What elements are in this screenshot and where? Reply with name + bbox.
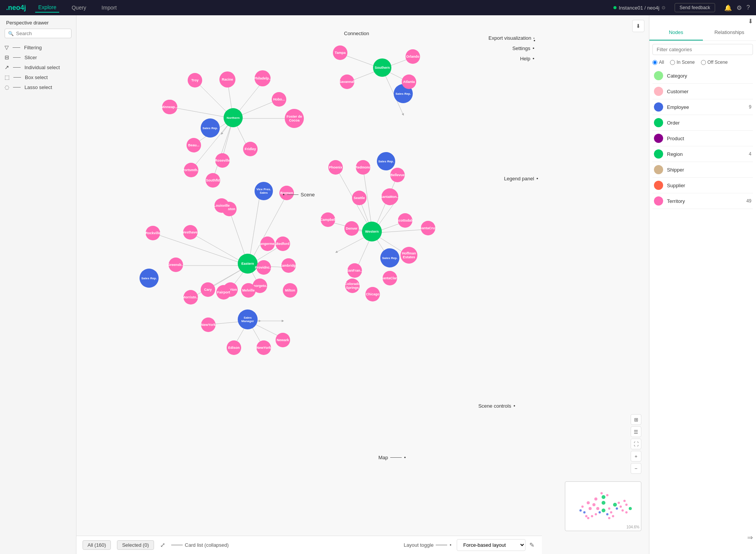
node-cambridge[interactable]: Cambridge	[281, 258, 296, 273]
node-newark[interactable]: Newark	[276, 333, 290, 347]
node-sales-rep-east[interactable]: Sales Rep.	[140, 269, 159, 288]
node-western[interactable]: Western	[362, 222, 382, 241]
node-eastern[interactable]: Eastern	[238, 254, 258, 274]
radio-in-scene[interactable]	[670, 60, 675, 65]
layout-select[interactable]: Force-based layout Hierarchical layout C…	[457, 539, 526, 551]
search-bar-container[interactable]: 🔍	[5, 29, 71, 38]
node-seattle[interactable]: Seattle	[352, 191, 367, 205]
node-racine[interactable]: Racine	[219, 71, 235, 87]
panel-export-icon[interactable]: ⬇	[748, 18, 753, 25]
tool-box-select[interactable]: ⬚ Box select	[5, 74, 71, 80]
node-scottsdale[interactable]: Scottsdale	[398, 213, 412, 228]
legend-item-category[interactable]: Category	[652, 68, 753, 84]
radio-off-scene[interactable]	[701, 60, 706, 65]
node-greensboro[interactable]: Greensb...	[169, 258, 183, 272]
node-phila[interactable]: Philadelp...	[255, 70, 271, 86]
node-newyork2[interactable]: NewYork	[256, 340, 271, 355]
scene-ctrl-zoom-in[interactable]: +	[631, 451, 641, 462]
node-hobo[interactable]: Hobo...	[272, 92, 286, 107]
all-count-badge[interactable]: All (160)	[83, 540, 111, 550]
tool-filtering[interactable]: ▽ Filtering	[5, 44, 71, 50]
node-minne2[interactable]: Minneap...	[162, 100, 177, 114]
node-atlanta[interactable]: Atlanta	[402, 75, 416, 89]
instance-toggle-icon[interactable]: ⊙	[662, 5, 665, 10]
node-beau[interactable]: Beau...	[187, 138, 201, 152]
tab-relationships[interactable]: Relationships	[703, 25, 756, 40]
node-providnc[interactable]: Providnc...	[256, 260, 271, 275]
node-sales-mgr[interactable]: Sales Manager	[238, 309, 258, 329]
node-chicago[interactable]: Chicago	[365, 287, 380, 301]
node-tampa[interactable]: Tampa	[333, 45, 347, 60]
node-milton[interactable]: Milton	[283, 283, 297, 298]
node-southfld[interactable]: Southfld	[206, 173, 220, 188]
selected-count-badge[interactable]: Selected (0)	[117, 540, 154, 550]
nav-explore[interactable]: Explore	[35, 3, 59, 13]
radio-all-label[interactable]: All	[652, 60, 664, 65]
legend-item-shipper[interactable]: Shipper	[652, 162, 753, 178]
node-fridley[interactable]: Fridley	[243, 142, 258, 156]
node-southern[interactable]: Southern	[373, 58, 391, 77]
node-hoffmanest[interactable]: Hoffman Estates	[401, 247, 417, 264]
expand-card-list-btn[interactable]: ⤢	[160, 541, 165, 549]
radio-in-scene-label[interactable]: In Scene	[670, 60, 694, 65]
node-santaclara[interactable]: SantaClara	[383, 271, 397, 285]
node-phoenix[interactable]: Phoenix	[328, 160, 343, 175]
legend-item-supplier[interactable]: Supplier	[652, 178, 753, 193]
tab-nodes[interactable]: Nodes	[649, 25, 703, 40]
settings-icon[interactable]: ⚙	[737, 4, 742, 11]
send-feedback-button[interactable]: Send feedback	[675, 3, 715, 12]
node-troy[interactable]: Troy	[188, 73, 202, 87]
node-sales-rep-1[interactable]: Sales Rep.	[201, 118, 220, 138]
scene-ctrl-grid[interactable]: ⊞	[631, 414, 641, 425]
legend-item-product[interactable]: Product	[652, 131, 753, 146]
node-newyork1[interactable]: NewYork	[201, 317, 216, 332]
node-orlando[interactable]: Orlando	[406, 49, 420, 64]
tool-lasso-select[interactable]: ◌ Lasso select	[5, 84, 71, 90]
node-northern[interactable]: Northern	[224, 108, 243, 127]
filter-categories-input[interactable]	[652, 44, 753, 55]
node-louisville[interactable]: Louisville	[214, 198, 229, 213]
node-sangerm[interactable]: Sangerme...	[260, 237, 275, 251]
node-santacruz[interactable]: SantaCruz	[421, 221, 435, 235]
notifications-icon[interactable]: 🔔	[724, 4, 732, 11]
node-sanfrancisco[interactable]: SanFran...	[347, 263, 362, 278]
node-coloradosp[interactable]: Colorado Springs	[345, 279, 360, 293]
radio-off-scene-label[interactable]: Off Scene	[701, 60, 728, 65]
legend-item-customer[interactable]: Customer	[652, 84, 753, 99]
node-portsmth[interactable]: Portsmth...	[184, 163, 198, 177]
help-icon[interactable]: ?	[746, 4, 750, 11]
node-sales-rep-west[interactable]: Sales Rep.	[380, 248, 399, 267]
nav-query[interactable]: Query	[68, 3, 89, 12]
tool-slicer[interactable]: ⊟ Slicer	[5, 54, 71, 60]
node-bedford[interactable]: Bedford	[276, 237, 290, 251]
legend-item-region[interactable]: Region 4	[652, 146, 753, 162]
layout-edit-btn[interactable]: ✎	[528, 540, 536, 550]
scene-ctrl-zoom-out[interactable]: −	[631, 463, 641, 474]
node-sales-rep-west2[interactable]: Sales Rep.	[377, 152, 395, 170]
node-santamon[interactable]: SantaMon...	[381, 188, 398, 205]
node-bellevue[interactable]: Bellevue	[390, 168, 405, 182]
node-denver[interactable]: Denver	[344, 221, 359, 236]
node-morristn[interactable]: Morristn...	[183, 290, 198, 305]
legend-item-order[interactable]: Order	[652, 115, 753, 131]
tool-individual-select[interactable]: ↗ Individual select	[5, 64, 71, 70]
search-input[interactable]	[16, 31, 68, 36]
node-fosterdc[interactable]: Foster de Cocoa	[285, 109, 304, 128]
node-fairport[interactable]: Fairport	[216, 285, 231, 300]
node-roseville[interactable]: Roseville	[215, 153, 230, 168]
radio-all[interactable]	[652, 60, 657, 65]
panel-collapse-btn[interactable]: ⇒	[744, 529, 756, 546]
legend-item-territory[interactable]: Territory 49	[652, 193, 753, 209]
node-melville[interactable]: Melville	[241, 283, 256, 298]
legend-item-employee[interactable]: Employee 9	[652, 99, 753, 115]
node-redmond[interactable]: Redmond	[356, 160, 370, 175]
graph-canvas[interactable]: Sales Rep. Northern Minneap... Troy Raci…	[76, 15, 649, 554]
export-button[interactable]: ⬇	[632, 20, 644, 32]
node-westhaven[interactable]: Westhaven	[183, 225, 198, 240]
node-vp-sales[interactable]: Vice Pres. Sales	[255, 182, 273, 200]
node-edison[interactable]: Edison	[227, 340, 241, 355]
node-campbell[interactable]: Campbell	[321, 212, 335, 227]
node-cary[interactable]: Cary	[201, 282, 215, 297]
scene-ctrl-list[interactable]: ☰	[631, 426, 641, 437]
node-savannah[interactable]: Savannah	[340, 75, 354, 89]
